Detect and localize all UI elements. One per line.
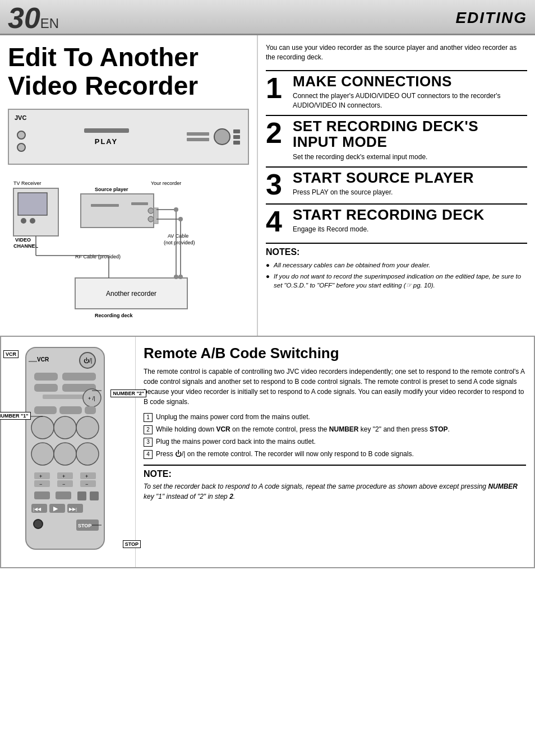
step-num-box-1: 1 bbox=[144, 413, 153, 422]
vcr-slot-1 bbox=[187, 132, 209, 136]
vcr-diagram: JVC PLAY bbox=[8, 109, 249, 165]
left-column: Edit To Another Video Recorder JVC PLAY bbox=[0, 35, 258, 336]
step-1-title: MAKE CONNECTIONS bbox=[293, 73, 527, 90]
svg-point-33 bbox=[174, 275, 178, 279]
remote-step-3: 3 Plug the mains power cord back into th… bbox=[144, 437, 526, 447]
vcr-mini-btn-3 bbox=[233, 141, 240, 145]
remote-vcr-callout: VCR bbox=[3, 350, 19, 358]
svg-rect-43 bbox=[43, 395, 87, 399]
note-item-2: If you do not want to record the superim… bbox=[266, 272, 527, 290]
svg-text:−: − bbox=[85, 481, 88, 487]
svg-rect-41 bbox=[34, 384, 58, 392]
svg-point-53 bbox=[54, 443, 76, 465]
remote-number1-callout: NUMBER "1" bbox=[0, 412, 31, 420]
vcr-port-circle-2 bbox=[17, 143, 26, 152]
svg-text:+ /|: + /| bbox=[88, 396, 95, 401]
svg-point-10 bbox=[148, 208, 154, 214]
vcr-slot-group bbox=[187, 132, 209, 141]
vcr-tape-slot bbox=[84, 128, 129, 133]
vcr-center-area: PLAY bbox=[31, 128, 181, 146]
svg-text:Your recorder: Your recorder bbox=[151, 180, 181, 186]
remote-step-1-text: Unplug the mains power cord from the mai… bbox=[156, 412, 310, 422]
page-number: 30EN bbox=[8, 3, 59, 33]
step-3-title: START SOURCE PLAYER bbox=[293, 170, 527, 186]
remote-intro-text: The remote control is capable of control… bbox=[144, 367, 526, 407]
svg-rect-39 bbox=[34, 373, 58, 381]
svg-point-32 bbox=[178, 217, 183, 221]
svg-text:+: + bbox=[85, 474, 88, 479]
remote-number2-callout: NUMBER "2" bbox=[110, 389, 146, 397]
intro-text: You can use your video recorder as the s… bbox=[266, 43, 527, 62]
svg-point-3 bbox=[30, 218, 35, 224]
step-3-number: 3 bbox=[266, 170, 288, 199]
svg-text:Source player: Source player bbox=[95, 187, 128, 192]
svg-text:VIDEO: VIDEO bbox=[15, 237, 31, 243]
step-4-content: START RECORDING DECK Engage its Record m… bbox=[293, 207, 527, 234]
svg-text:STOP: STOP bbox=[78, 523, 91, 528]
svg-rect-40 bbox=[62, 373, 96, 381]
svg-text:−: − bbox=[39, 481, 42, 487]
svg-text:VCR: VCR bbox=[37, 356, 49, 363]
svg-text:⏻/|: ⏻/| bbox=[84, 358, 92, 364]
steps-container: 1 MAKE CONNECTIONS Connect the player's … bbox=[266, 70, 527, 236]
step-2-number: 2 bbox=[266, 118, 288, 147]
step-4-number: 4 bbox=[266, 207, 288, 236]
svg-rect-69 bbox=[77, 491, 86, 500]
svg-rect-70 bbox=[90, 491, 99, 500]
remote-step-4-text: Press ⏻/| on the remote control. The rec… bbox=[156, 449, 414, 459]
vcr-port-circle bbox=[17, 131, 26, 140]
svg-point-77 bbox=[34, 520, 43, 528]
notes-list: All necessary cables can be obtained fro… bbox=[266, 261, 527, 290]
step-2: 2 SET RECORDING DECK'S INPUT MODE Set th… bbox=[266, 115, 527, 162]
svg-rect-47 bbox=[59, 406, 82, 414]
remote-stop-callout: STOP bbox=[123, 540, 141, 548]
step-1-content: MAKE CONNECTIONS Connect the player's AU… bbox=[293, 73, 527, 110]
svg-text:▶: ▶ bbox=[53, 505, 58, 512]
vcr-knob bbox=[214, 128, 230, 145]
page-title: Edit To Another Video Recorder bbox=[8, 43, 249, 100]
svg-point-2 bbox=[21, 218, 26, 224]
svg-text:▶▶|: ▶▶| bbox=[69, 507, 77, 512]
note-section: NOTE: To set the recorder back to respon… bbox=[144, 465, 526, 502]
vcr-brand-label: JVC bbox=[15, 114, 26, 121]
svg-text:RF Cable (provided): RF Cable (provided) bbox=[75, 254, 121, 259]
notes-title: NOTES: bbox=[266, 247, 527, 257]
step-3-content: START SOURCE PLAYER Press PLAY on the so… bbox=[293, 170, 527, 197]
svg-text:AV Cable: AV Cable bbox=[168, 233, 188, 239]
svg-point-31 bbox=[174, 207, 178, 212]
notes-section: NOTES: All necessary cables can be obtai… bbox=[266, 243, 527, 290]
step-2-content: SET RECORDING DECK'S INPUT MODE Set the … bbox=[293, 118, 527, 162]
svg-text:|◀◀: |◀◀ bbox=[33, 507, 41, 512]
right-column: You can use your video recorder as the s… bbox=[258, 35, 535, 336]
remote-svg: VCR ⏻/| + /| bbox=[9, 345, 121, 558]
step-num-box-2: 2 bbox=[144, 425, 153, 434]
svg-text:TV Receiver: TV Receiver bbox=[13, 180, 41, 186]
svg-rect-12 bbox=[154, 208, 158, 224]
svg-rect-1 bbox=[18, 193, 47, 215]
remote-text-column: Remote A/B Code Switching The remote con… bbox=[136, 337, 534, 567]
step-4-desc: Engage its Record mode. bbox=[293, 225, 527, 234]
svg-point-54 bbox=[76, 443, 99, 465]
vcr-play-label: PLAY bbox=[95, 137, 118, 146]
remote-step-4: 4 Press ⏻/| on the remote control. The r… bbox=[144, 449, 526, 459]
note-text: To set the recorder back to respond to A… bbox=[144, 481, 526, 502]
svg-point-34 bbox=[178, 275, 183, 279]
vcr-slot-2 bbox=[187, 138, 209, 141]
vcr-mini-btns bbox=[233, 129, 240, 145]
svg-text:Recording deck: Recording deck bbox=[95, 313, 133, 318]
step-1-desc: Connect the player's AUDIO/VIDEO OUT con… bbox=[293, 91, 527, 110]
svg-rect-8 bbox=[91, 204, 119, 207]
svg-text:CHANNEL: CHANNEL bbox=[13, 243, 39, 249]
remote-step-3-text: Plug the mains power cord back into the … bbox=[156, 437, 316, 447]
vcr-right-controls bbox=[187, 128, 240, 145]
step-3: 3 START SOURCE PLAYER Press PLAY on the … bbox=[266, 166, 527, 199]
remote-callouts: VCR NUMBER "1" NUMBER "2" STOP VCR ⏻/| bbox=[9, 345, 132, 559]
svg-text:−: − bbox=[62, 481, 65, 487]
step-num-box-4: 4 bbox=[144, 450, 153, 459]
remote-steps-list: 1 Unplug the mains power cord from the m… bbox=[144, 412, 526, 459]
section-label: EDITING bbox=[455, 9, 527, 27]
svg-text:+: + bbox=[62, 474, 65, 479]
svg-point-52 bbox=[31, 443, 54, 465]
svg-point-51 bbox=[76, 416, 99, 439]
step-2-desc: Set the recording deck's external input … bbox=[293, 152, 527, 162]
